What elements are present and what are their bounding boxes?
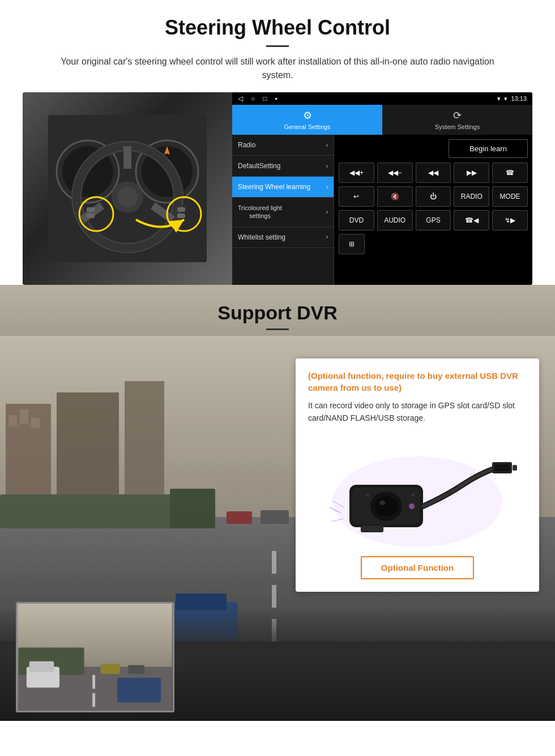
svg-rect-59 <box>101 664 120 674</box>
ctrl-next[interactable]: ▶▶ <box>454 163 489 183</box>
dvr-camera-area <box>308 434 527 547</box>
dvr-title: Support DVR <box>0 302 555 324</box>
nav-icons: ◁ ○ □ ▪ <box>238 95 278 102</box>
wifi-icon: ▾ <box>504 95 507 102</box>
svg-rect-26 <box>0 494 198 528</box>
tab-system-label: System Settings <box>435 123 480 130</box>
svg-rect-48 <box>513 465 517 471</box>
menu-tricoloured-label: Tricoloured lightsettings <box>238 204 282 220</box>
signal-icon: ▾ <box>497 95 501 102</box>
ctrl-mode[interactable]: MODE <box>492 186 528 207</box>
svg-rect-58 <box>92 693 95 707</box>
menu-item-whitelist[interactable]: Whitelist setting › <box>232 227 334 248</box>
ctrl-audio[interactable]: AUDIO <box>377 210 413 230</box>
tab-general-settings[interactable]: ⚙ General Settings <box>232 105 382 135</box>
svg-rect-15 <box>87 213 95 218</box>
svg-rect-16 <box>177 207 185 212</box>
ctrl-mute[interactable]: 🔇 <box>377 186 413 207</box>
dvr-optional-heading: (Optional function, require to buy exter… <box>308 370 527 394</box>
controls-area: Begin learn ◀◀+ ◀◀− ◀◀ ▶▶ ☎ ↩ 🔇 ⏻ <box>334 135 532 285</box>
svg-point-11 <box>117 187 138 207</box>
svg-rect-27 <box>170 489 215 528</box>
ctrl-prev[interactable]: ◀◀ <box>416 163 451 183</box>
ctrl-gps[interactable]: GPS <box>416 210 451 230</box>
ctrl-vol-down[interactable]: ◀◀− <box>377 163 413 183</box>
dvr-title-area: Support DVR <box>0 285 555 339</box>
svg-rect-17 <box>177 213 185 218</box>
dvr-thumbnail <box>16 602 174 712</box>
ctrl-dvd[interactable]: DVD <box>339 210 374 230</box>
ctrl-row-4: ⊞ <box>339 234 528 254</box>
svg-rect-57 <box>92 675 95 689</box>
svg-point-45 <box>409 503 415 509</box>
svg-rect-60 <box>128 665 144 674</box>
steering-section: Steering Wheel Control Your original car… <box>0 0 555 285</box>
menu-item-tricoloured[interactable]: Tricoloured lightsettings › <box>232 198 334 227</box>
tab-general-label: General Settings <box>284 123 331 130</box>
ctrl-row-2: ↩ 🔇 ⏻ RADIO MODE <box>339 186 528 207</box>
svg-point-50 <box>366 493 369 497</box>
menu-item-steering-wheel-learning[interactable]: Steering Wheel learning › <box>232 177 334 198</box>
optional-function-button[interactable]: Optional Function <box>361 556 474 579</box>
chevron-right-icon: › <box>326 184 328 190</box>
svg-rect-56 <box>29 661 54 672</box>
begin-learn-row: Begin learn <box>339 139 528 158</box>
dvr-section: Support DVR (Optional function, require … <box>0 285 555 721</box>
svg-rect-49 <box>361 526 383 532</box>
dvr-description: It can record video only to storage in G… <box>308 399 527 425</box>
nav-square-icon: □ <box>263 95 267 102</box>
ctrl-phone-prev[interactable]: ☎◀ <box>454 210 489 230</box>
svg-rect-14 <box>87 207 95 212</box>
system-icon: ⟳ <box>453 109 462 122</box>
nav-dot-icon: ▪ <box>275 95 278 102</box>
svg-point-43 <box>375 496 398 516</box>
nav-back-icon: ◁ <box>238 95 243 102</box>
title-divider <box>266 45 289 47</box>
menu-item-defaultsetting[interactable]: DefaultSetting › <box>232 156 334 177</box>
svg-rect-61 <box>117 678 161 703</box>
dvr-thumb-inner <box>18 604 173 711</box>
status-time: 13:13 <box>511 95 527 102</box>
ctrl-menu[interactable]: ⊞ <box>339 234 365 254</box>
car-wheel-image <box>23 92 232 285</box>
ctrl-phone-next[interactable]: ↯▶ <box>492 210 528 230</box>
svg-rect-47 <box>494 464 510 471</box>
begin-learn-button[interactable]: Begin learn <box>449 139 528 158</box>
nav-home-icon: ○ <box>251 95 255 102</box>
ctrl-phone[interactable]: ☎ <box>492 163 528 183</box>
steering-description: Your original car's steering wheel contr… <box>45 55 510 82</box>
content-area: Radio › DefaultSetting › Steering Wheel … <box>232 135 532 285</box>
ctrl-vol-up[interactable]: ◀◀+ <box>339 163 374 183</box>
dvr-camera-svg <box>315 434 519 547</box>
ctrl-row-3: DVD AUDIO GPS ☎◀ ↯▶ <box>339 210 528 230</box>
svg-rect-23 <box>31 418 40 428</box>
menu-whitelist-label: Whitelist setting <box>238 233 285 241</box>
chevron-right-icon: › <box>326 209 328 215</box>
svg-rect-22 <box>20 409 28 424</box>
menu-steering-label: Steering Wheel learning <box>238 183 310 191</box>
tab-bar: ⚙ General Settings ⟳ System Settings <box>232 105 532 135</box>
svg-rect-29 <box>261 510 289 524</box>
ctrl-power[interactable]: ⏻ <box>416 186 451 207</box>
ctrl-radio[interactable]: RADIO <box>454 186 489 207</box>
chevron-right-icon: › <box>326 163 328 169</box>
svg-rect-21 <box>8 415 17 426</box>
android-ui: ◁ ○ □ ▪ ▾ ▾ 13:13 ⚙ General Settings ⟳ S… <box>232 92 532 285</box>
gear-icon: ⚙ <box>303 109 312 122</box>
chevron-right-icon: › <box>326 234 328 240</box>
svg-point-44 <box>379 501 385 505</box>
ctrl-hangup[interactable]: ↩ <box>339 186 374 207</box>
menu-item-radio[interactable]: Radio › <box>232 135 334 156</box>
svg-point-51 <box>411 493 415 497</box>
ctrl-row-1: ◀◀+ ◀◀− ◀◀ ▶▶ ☎ <box>339 163 528 183</box>
chevron-right-icon: › <box>326 142 328 148</box>
car-panel: ◁ ○ □ ▪ ▾ ▾ 13:13 ⚙ General Settings ⟳ S… <box>23 92 532 285</box>
menu-list: Radio › DefaultSetting › Steering Wheel … <box>232 135 334 285</box>
dvr-divider <box>266 328 289 330</box>
steering-title: Steering Wheel Control <box>23 16 532 40</box>
dvr-info-card: (Optional function, require to buy exter… <box>296 358 539 592</box>
svg-rect-33 <box>272 551 276 574</box>
svg-rect-34 <box>272 585 276 608</box>
dvr-thumb-svg <box>18 604 173 711</box>
tab-system-settings[interactable]: ⟳ System Settings <box>382 105 532 135</box>
